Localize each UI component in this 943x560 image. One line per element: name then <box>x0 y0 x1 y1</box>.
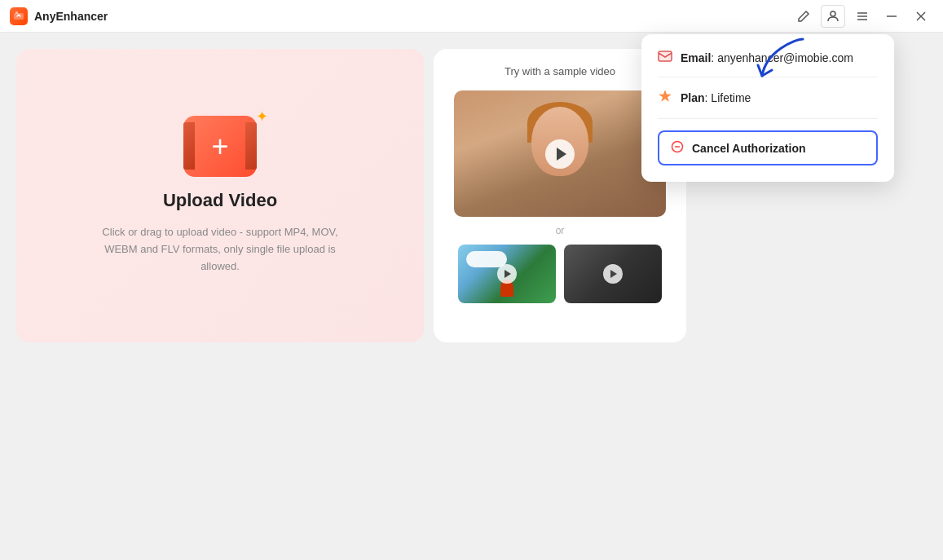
titlebar: AnyEnhancer <box>0 0 943 33</box>
sample-main-video[interactable] <box>454 90 666 217</box>
thumb-play-button-2[interactable] <box>603 264 623 284</box>
minimize-button[interactable] <box>879 5 904 28</box>
upload-plus-icon: + <box>211 132 228 161</box>
sample-thumbnail-1[interactable] <box>458 245 556 303</box>
plan-label-bold: Plan <box>681 91 705 104</box>
film-strip-left <box>183 122 195 170</box>
menu-button[interactable] <box>850 5 875 28</box>
svg-point-2 <box>831 11 835 16</box>
cancel-auth-icon <box>671 140 684 156</box>
email-label-bold: Email <box>681 51 711 64</box>
thumb-play-button-1[interactable] <box>497 264 517 284</box>
sample-thumbnails <box>458 245 662 303</box>
svg-rect-9 <box>659 51 672 61</box>
upload-icon: + <box>183 116 257 177</box>
sample-thumbnail-2[interactable] <box>564 245 662 303</box>
upload-description: Click or drag to upload video - support … <box>98 224 342 275</box>
plan-row: Plan: Lifetime <box>658 89 878 107</box>
plan-icon <box>658 89 672 107</box>
plan-label: Plan: Lifetime <box>681 91 751 104</box>
cancel-authorization-button[interactable]: Cancel Authorization <box>658 130 878 165</box>
or-divider: or <box>556 225 565 236</box>
titlebar-left: AnyEnhancer <box>10 7 108 25</box>
app-icon <box>10 7 28 25</box>
thumb-play-icon-2 <box>610 270 617 278</box>
svg-rect-1 <box>15 11 18 14</box>
film-strip-right <box>245 122 257 170</box>
sparkle-icon: ✦ <box>256 108 268 126</box>
main-video-play-button[interactable] <box>545 139 575 169</box>
user-account-button[interactable] <box>821 5 845 28</box>
app-title: AnyEnhancer <box>34 10 108 23</box>
upload-area[interactable]: + ✦ Upload Video Click or drag to upload… <box>16 49 424 342</box>
plan-value: Lifetime <box>711 91 751 104</box>
play-triangle-icon <box>557 148 566 161</box>
upload-title: Upload Video <box>163 190 277 211</box>
edit-button[interactable] <box>791 5 816 28</box>
close-button[interactable] <box>909 5 933 28</box>
cancel-auth-label: Cancel Authorization <box>692 142 806 155</box>
thumb-play-icon-1 <box>505 270 511 278</box>
arrow-pointer <box>754 31 819 91</box>
upload-icon-wrapper: + ✦ <box>183 116 257 177</box>
popup-divider-2 <box>658 118 878 119</box>
email-icon <box>658 51 672 65</box>
titlebar-right <box>791 5 933 28</box>
sample-title: Try with a sample video <box>505 65 615 77</box>
